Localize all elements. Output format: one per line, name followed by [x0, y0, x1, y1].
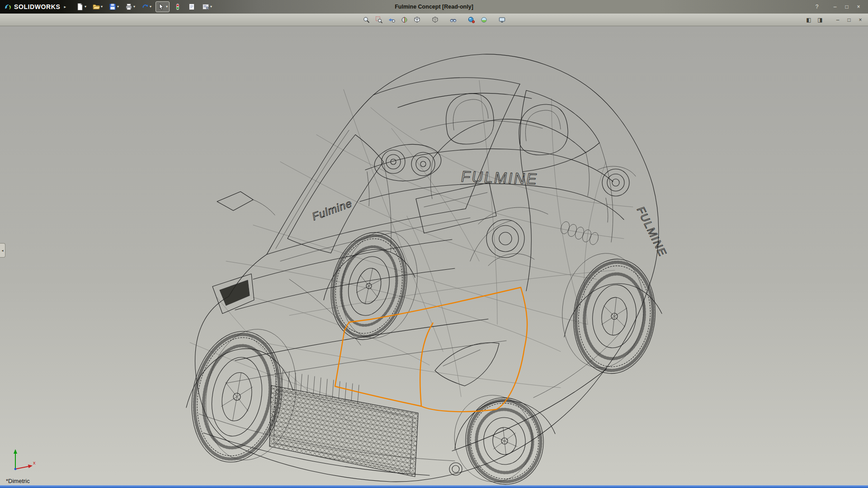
zoom-to-fit-button[interactable]: [362, 15, 371, 24]
dropdown-caret[interactable]: ▾: [117, 5, 119, 9]
file-properties-button[interactable]: [186, 1, 198, 12]
brand-name: SOLIDWORKS: [14, 3, 60, 10]
doc-restore-button[interactable]: □: [845, 16, 853, 23]
brand-separator-icon: ▸: [64, 5, 66, 9]
pane-right-toggle[interactable]: ◨: [816, 16, 824, 23]
section-view-icon: [401, 16, 408, 23]
dropdown-caret[interactable]: ▾: [101, 5, 103, 9]
previous-view-button[interactable]: [387, 15, 396, 24]
dropdown-caret[interactable]: ▾: [166, 5, 168, 9]
view-orientation-button[interactable]: [412, 15, 422, 24]
hidden-edges: [190, 80, 633, 424]
zoom-to-area-icon: [375, 16, 382, 23]
dropdown-caret[interactable]: ▾: [85, 5, 86, 9]
zoom-to-fit-icon: [363, 16, 370, 23]
dropdown-caret[interactable]: ▾: [210, 5, 212, 9]
document-window-controls: ◧ ◨ – □ ×: [805, 16, 868, 23]
section-view-button[interactable]: [400, 15, 409, 24]
z-axis-origin: [14, 468, 17, 470]
doc-minimize-button[interactable]: –: [834, 16, 841, 23]
x-axis-label: x: [33, 460, 36, 465]
rear-badge-text: FULMINE: [460, 168, 540, 188]
save-icon: [108, 3, 117, 11]
view-settings-button[interactable]: [497, 15, 507, 24]
undo-icon: [141, 3, 149, 11]
rebuild-stoplight-icon: [174, 3, 182, 11]
feature-panel-splitter[interactable]: ◂: [0, 243, 5, 258]
options-icon: [202, 3, 210, 11]
select-tool-button[interactable]: ▾: [156, 1, 170, 12]
heads-up-view-toolbar: [362, 15, 507, 24]
maximize-button[interactable]: □: [842, 3, 852, 11]
highlighted-sketch[interactable]: [335, 287, 527, 412]
new-document-button[interactable]: ▾: [74, 1, 88, 12]
title-bar: SOLIDWORKS ▸ ▾ ▾ ▾: [0, 0, 868, 14]
window-title: Fulmine Concept [Read-only]: [395, 0, 473, 14]
dropdown-caret[interactable]: ▾: [150, 5, 151, 9]
minimize-button[interactable]: –: [830, 3, 840, 11]
model-scene[interactable]: FULMINE FULMINE Fulmine: [0, 26, 868, 485]
side-badge-text: FULMINE: [634, 205, 670, 258]
view-orientation-label: *Dimetric: [6, 478, 30, 484]
solidworks-logo: SOLIDWORKS ▸: [0, 0, 71, 14]
wheel-rear-right: [556, 249, 661, 378]
car-front-right-lamp: [435, 343, 499, 386]
reference-triad: x: [8, 447, 37, 475]
solidworks-window: SOLIDWORKS ▸ ▾ ▾ ▾: [0, 0, 868, 488]
door-badge-text: Fulmine: [310, 197, 354, 223]
apply-scene-icon: [480, 16, 487, 23]
main-toolbar: ▾ ▾ ▾ ▾: [71, 1, 214, 12]
file-properties-icon: [188, 3, 196, 11]
previous-view-icon: [388, 16, 395, 23]
taskbar-edge: [0, 485, 868, 488]
car-model-wireframe[interactable]: FULMINE FULMINE Fulmine: [182, 54, 670, 485]
window-controls: ? – □ ×: [812, 3, 868, 11]
car-left-side: [212, 135, 391, 314]
options-button[interactable]: ▾: [200, 1, 214, 12]
hide-show-glasses-icon: [449, 16, 457, 23]
select-cursor-icon: [157, 3, 165, 11]
apply-scene-button[interactable]: [479, 15, 489, 24]
edit-appearance-icon: [467, 16, 475, 23]
view-toolbar: ◧ ◨ – □ ×: [0, 14, 868, 26]
3ds-swirl-icon: [4, 3, 11, 11]
doc-close-button[interactable]: ×: [857, 16, 864, 23]
close-button[interactable]: ×: [854, 3, 863, 11]
car-front-grille: [269, 369, 418, 477]
y-axis-arrow: [14, 449, 17, 454]
car-seats: [446, 94, 568, 155]
open-button[interactable]: ▾: [90, 1, 104, 12]
rebuild-button[interactable]: [172, 1, 184, 12]
view-orientation-cube-icon: [413, 16, 420, 23]
dropdown-caret[interactable]: ▾: [133, 5, 135, 9]
new-document-icon: [76, 3, 84, 11]
help-button[interactable]: ?: [812, 3, 822, 11]
pane-left-toggle[interactable]: ◧: [805, 16, 812, 23]
view-settings-icon: [498, 16, 505, 23]
undo-button[interactable]: ▾: [139, 1, 153, 12]
display-style-button[interactable]: [430, 15, 440, 24]
print-icon: [125, 3, 133, 11]
hide-show-items-button[interactable]: [448, 15, 458, 24]
print-button[interactable]: ▾: [123, 1, 137, 12]
display-style-icon: [431, 16, 439, 23]
save-button[interactable]: ▾: [107, 1, 121, 12]
graphics-viewport[interactable]: FULMINE FULMINE Fulmine: [0, 26, 868, 485]
zoom-to-area-button[interactable]: [374, 15, 384, 24]
x-axis-arrow: [28, 465, 33, 468]
open-folder-icon: [92, 3, 100, 11]
edit-appearance-button[interactable]: [467, 15, 476, 24]
